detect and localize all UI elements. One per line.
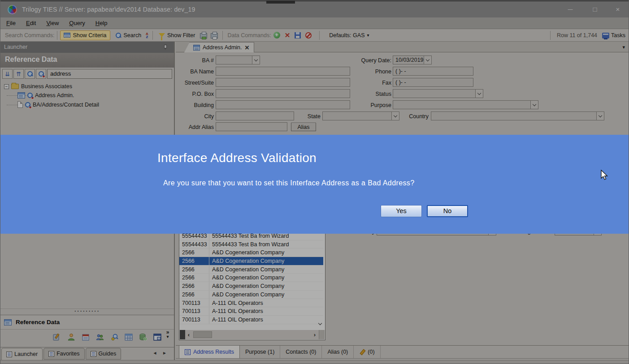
dialog-message: Are you sure that you want to set this I… (163, 179, 415, 187)
app-window: Trilogy TIES // Server: papabear\dev2014… (0, 0, 629, 364)
yes-button[interactable]: Yes (381, 205, 422, 217)
no-button[interactable]: No (427, 205, 468, 217)
mouse-cursor (600, 170, 609, 181)
dialog-title: Interface Address Validation (157, 151, 317, 165)
interface-address-validation-dialog: Interface Address Validation Are you sur… (0, 135, 629, 234)
